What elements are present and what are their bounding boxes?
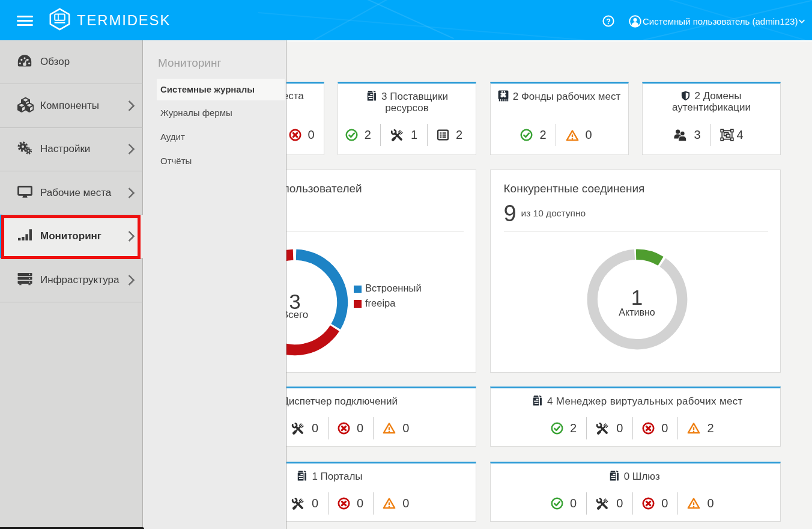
svg-text:?: ? xyxy=(606,17,611,26)
